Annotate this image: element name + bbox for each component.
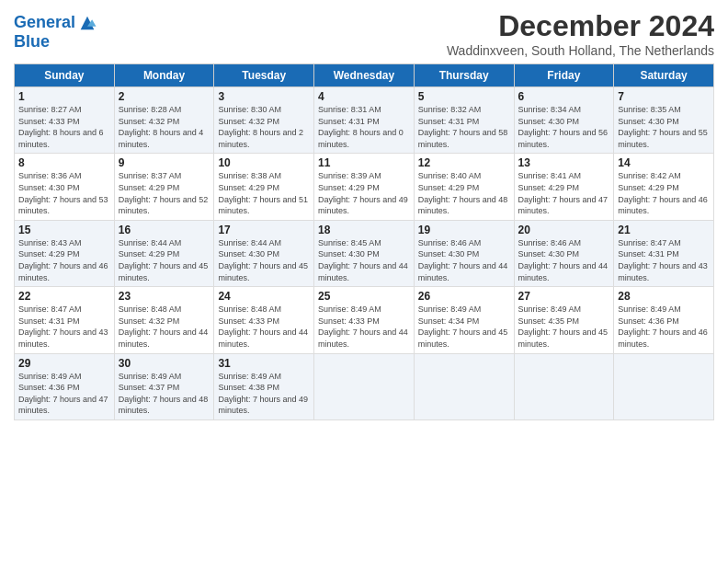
day-info: Sunrise: 8:36 AMSunset: 4:30 PMDaylight:… xyxy=(18,170,110,216)
day-info: Sunrise: 8:40 AMSunset: 4:29 PMDaylight:… xyxy=(418,170,510,216)
day-info: Sunrise: 8:46 AMSunset: 4:30 PMDaylight:… xyxy=(418,237,510,283)
cell-4-3 xyxy=(314,353,415,419)
header: General Blue December 2024 Waddinxveen, … xyxy=(14,9,714,58)
cell-1-0: 8Sunrise: 8:36 AMSunset: 4:30 PMDaylight… xyxy=(15,154,115,220)
cell-3-5: 27Sunrise: 8:49 AMSunset: 4:35 PMDayligh… xyxy=(514,287,614,353)
day-info: Sunrise: 8:30 AMSunset: 4:32 PMDaylight:… xyxy=(218,104,310,150)
day-info: Sunrise: 8:49 AMSunset: 4:33 PMDaylight:… xyxy=(318,304,410,350)
cell-3-1: 23Sunrise: 8:48 AMSunset: 4:32 PMDayligh… xyxy=(114,287,214,353)
day-number: 12 xyxy=(418,156,510,169)
day-number: 1 xyxy=(18,90,110,103)
cell-1-4: 12Sunrise: 8:40 AMSunset: 4:29 PMDayligh… xyxy=(414,154,514,220)
day-info: Sunrise: 8:39 AMSunset: 4:29 PMDaylight:… xyxy=(318,170,410,216)
day-number: 27 xyxy=(518,290,610,303)
day-number: 23 xyxy=(119,290,210,303)
day-info: Sunrise: 8:49 AMSunset: 4:36 PMDaylight:… xyxy=(18,371,110,417)
cell-2-4: 19Sunrise: 8:46 AMSunset: 4:30 PMDayligh… xyxy=(414,220,514,286)
day-number: 9 xyxy=(119,156,210,169)
week-row-0: 1Sunrise: 8:27 AMSunset: 4:33 PMDaylight… xyxy=(15,87,714,154)
day-number: 30 xyxy=(119,357,210,370)
title-block: December 2024 Waddinxveen, South Holland… xyxy=(447,9,714,58)
col-saturday: Saturday xyxy=(614,64,714,87)
cell-4-5 xyxy=(514,353,614,419)
cell-3-0: 22Sunrise: 8:47 AMSunset: 4:31 PMDayligh… xyxy=(15,287,115,353)
logo-text: General xyxy=(14,14,75,32)
day-number: 26 xyxy=(418,290,510,303)
day-info: Sunrise: 8:43 AMSunset: 4:29 PMDaylight:… xyxy=(18,237,110,283)
day-number: 28 xyxy=(618,290,710,303)
col-friday: Friday xyxy=(514,64,614,87)
day-info: Sunrise: 8:42 AMSunset: 4:29 PMDaylight:… xyxy=(618,170,710,216)
day-number: 13 xyxy=(518,156,610,169)
day-info: Sunrise: 8:47 AMSunset: 4:31 PMDaylight:… xyxy=(18,304,110,350)
day-number: 16 xyxy=(119,224,210,236)
day-number: 7 xyxy=(618,90,710,103)
cell-3-4: 26Sunrise: 8:49 AMSunset: 4:34 PMDayligh… xyxy=(414,287,514,353)
page-container: General Blue December 2024 Waddinxveen, … xyxy=(0,0,728,425)
cell-0-3: 4Sunrise: 8:31 AMSunset: 4:31 PMDaylight… xyxy=(314,87,415,154)
week-row-1: 8Sunrise: 8:36 AMSunset: 4:30 PMDaylight… xyxy=(15,154,714,220)
day-number: 22 xyxy=(18,290,110,303)
col-tuesday: Tuesday xyxy=(214,64,314,87)
cell-3-6: 28Sunrise: 8:49 AMSunset: 4:36 PMDayligh… xyxy=(614,287,714,353)
day-info: Sunrise: 8:44 AMSunset: 4:29 PMDaylight:… xyxy=(119,237,210,283)
week-row-2: 15Sunrise: 8:43 AMSunset: 4:29 PMDayligh… xyxy=(15,220,714,286)
day-number: 20 xyxy=(518,224,610,236)
cell-2-2: 17Sunrise: 8:44 AMSunset: 4:30 PMDayligh… xyxy=(214,220,314,286)
day-number: 8 xyxy=(18,156,110,169)
logo: General Blue xyxy=(14,13,97,52)
cell-1-3: 11Sunrise: 8:39 AMSunset: 4:29 PMDayligh… xyxy=(314,154,415,220)
col-wednesday: Wednesday xyxy=(314,64,415,87)
cell-0-5: 6Sunrise: 8:34 AMSunset: 4:30 PMDaylight… xyxy=(514,87,614,154)
day-info: Sunrise: 8:31 AMSunset: 4:31 PMDaylight:… xyxy=(318,104,410,150)
day-number: 15 xyxy=(18,224,110,236)
day-number: 19 xyxy=(418,224,510,236)
day-info: Sunrise: 8:49 AMSunset: 4:34 PMDaylight:… xyxy=(418,304,510,350)
col-sunday: Sunday xyxy=(15,64,115,87)
col-monday: Monday xyxy=(114,64,214,87)
day-info: Sunrise: 8:37 AMSunset: 4:29 PMDaylight:… xyxy=(119,170,210,216)
logo-icon xyxy=(77,13,97,33)
day-info: Sunrise: 8:44 AMSunset: 4:30 PMDaylight:… xyxy=(218,237,310,283)
day-info: Sunrise: 8:45 AMSunset: 4:30 PMDaylight:… xyxy=(318,237,410,283)
day-number: 3 xyxy=(218,90,310,103)
day-number: 6 xyxy=(518,90,610,103)
cell-0-6: 7Sunrise: 8:35 AMSunset: 4:30 PMDaylight… xyxy=(614,87,714,154)
cell-3-3: 25Sunrise: 8:49 AMSunset: 4:33 PMDayligh… xyxy=(314,287,415,353)
cell-4-1: 30Sunrise: 8:49 AMSunset: 4:37 PMDayligh… xyxy=(114,353,214,419)
cell-2-0: 15Sunrise: 8:43 AMSunset: 4:29 PMDayligh… xyxy=(15,220,115,286)
week-row-3: 22Sunrise: 8:47 AMSunset: 4:31 PMDayligh… xyxy=(15,287,714,353)
day-info: Sunrise: 8:47 AMSunset: 4:31 PMDaylight:… xyxy=(618,237,710,283)
cell-1-1: 9Sunrise: 8:37 AMSunset: 4:29 PMDaylight… xyxy=(114,154,214,220)
cell-0-0: 1Sunrise: 8:27 AMSunset: 4:33 PMDaylight… xyxy=(15,87,115,154)
logo-blue-text: Blue xyxy=(14,33,97,52)
cell-4-0: 29Sunrise: 8:49 AMSunset: 4:36 PMDayligh… xyxy=(15,353,115,419)
day-number: 21 xyxy=(618,224,710,236)
day-number: 5 xyxy=(418,90,510,103)
day-info: Sunrise: 8:48 AMSunset: 4:33 PMDaylight:… xyxy=(218,304,310,350)
day-number: 2 xyxy=(119,90,210,103)
week-row-4: 29Sunrise: 8:49 AMSunset: 4:36 PMDayligh… xyxy=(15,353,714,419)
header-row: Sunday Monday Tuesday Wednesday Thursday… xyxy=(15,64,714,87)
day-info: Sunrise: 8:32 AMSunset: 4:31 PMDaylight:… xyxy=(418,104,510,150)
cell-2-1: 16Sunrise: 8:44 AMSunset: 4:29 PMDayligh… xyxy=(114,220,214,286)
day-number: 29 xyxy=(18,357,110,370)
day-number: 25 xyxy=(318,290,410,303)
day-number: 4 xyxy=(318,90,410,103)
cell-4-4 xyxy=(414,353,514,419)
cell-2-5: 20Sunrise: 8:46 AMSunset: 4:30 PMDayligh… xyxy=(514,220,614,286)
day-number: 11 xyxy=(318,156,410,169)
day-number: 18 xyxy=(318,224,410,236)
day-info: Sunrise: 8:41 AMSunset: 4:29 PMDaylight:… xyxy=(518,170,610,216)
cell-0-1: 2Sunrise: 8:28 AMSunset: 4:32 PMDaylight… xyxy=(114,87,214,154)
day-info: Sunrise: 8:49 AMSunset: 4:36 PMDaylight:… xyxy=(618,304,710,350)
calendar-table: Sunday Monday Tuesday Wednesday Thursday… xyxy=(14,63,714,420)
day-info: Sunrise: 8:27 AMSunset: 4:33 PMDaylight:… xyxy=(18,104,110,150)
day-info: Sunrise: 8:48 AMSunset: 4:32 PMDaylight:… xyxy=(119,304,210,350)
cell-0-4: 5Sunrise: 8:32 AMSunset: 4:31 PMDaylight… xyxy=(414,87,514,154)
cell-1-6: 14Sunrise: 8:42 AMSunset: 4:29 PMDayligh… xyxy=(614,154,714,220)
day-number: 14 xyxy=(618,156,710,169)
cell-2-3: 18Sunrise: 8:45 AMSunset: 4:30 PMDayligh… xyxy=(314,220,415,286)
day-info: Sunrise: 8:49 AMSunset: 4:38 PMDaylight:… xyxy=(218,371,310,417)
day-info: Sunrise: 8:38 AMSunset: 4:29 PMDaylight:… xyxy=(218,170,310,216)
